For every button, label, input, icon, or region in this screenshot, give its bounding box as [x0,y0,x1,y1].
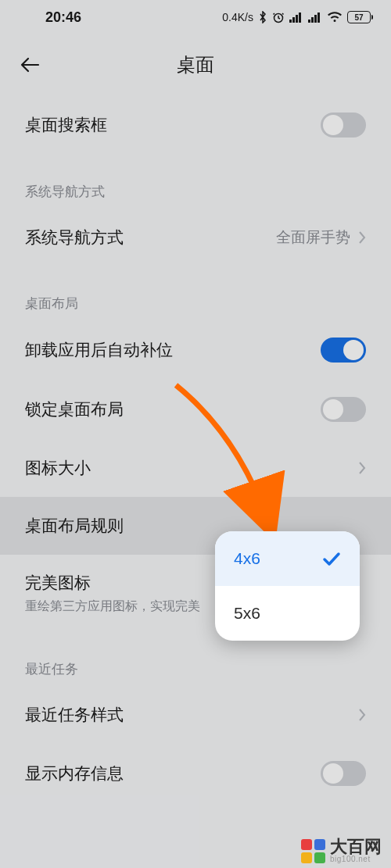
row-value: 全面屏手势 [276,227,350,248]
watermark: 大百网 big100.net [301,838,382,863]
row-label: 图标大小 [25,457,91,479]
popup-option-label: 4x6 [234,549,260,568]
row-recent-style[interactable]: 最近任务样式 [0,686,391,744]
popup-option-4x6[interactable]: 4x6 [215,531,360,586]
page-header: 桌面 [0,34,391,95]
row-show-memory[interactable]: 显示内存信息 [0,744,391,803]
chevron-right-icon [358,230,366,245]
svg-rect-3 [296,15,298,23]
row-lock-layout[interactable]: 锁定桌面布局 [0,380,391,439]
arrow-left-icon [20,56,40,73]
status-netspeed: 0.4K/s [222,11,253,23]
check-icon [322,551,341,566]
popup-option-label: 5x6 [234,604,260,623]
popup-option-5x6[interactable]: 5x6 [215,586,360,641]
watermark-subtext: big100.net [330,855,382,863]
watermark-text: 大百网 [330,838,382,855]
toggle-desktop-search[interactable] [321,113,366,138]
alarm-icon [272,11,285,23]
status-right: 0.4K/s 57 [222,11,371,23]
battery-icon: 57 [347,11,371,23]
svg-rect-7 [314,15,317,23]
layout-rule-popup: 4x6 5x6 [215,531,360,641]
svg-rect-5 [308,20,310,23]
svg-rect-4 [299,13,301,23]
row-label: 系统导航方式 [25,227,124,248]
svg-rect-6 [311,17,314,23]
row-label: 卸载应用后自动补位 [25,339,173,361]
row-label: 完美图标 [25,572,91,594]
svg-rect-8 [317,13,320,23]
row-label: 锁定桌面布局 [25,398,124,420]
row-icon-size[interactable]: 图标大小 [0,439,391,497]
chevron-right-icon [358,708,366,722]
row-sublabel: 重绘第三方应用图标，实现完美 [25,598,200,615]
toggle-auto-fill[interactable] [321,338,366,363]
section-nav: 系统导航方式 [0,155,391,209]
svg-rect-2 [292,17,295,23]
chevron-right-icon [358,461,366,475]
status-bar: 20:46 0.4K/s 57 [0,0,391,34]
row-nav-mode[interactable]: 系统导航方式 全面屏手势 [0,209,391,266]
row-label: 桌面搜索框 [25,114,107,136]
toggle-show-memory[interactable] [321,761,366,786]
section-layout: 桌面布局 [0,266,391,320]
row-label: 最近任务样式 [25,704,124,726]
wifi-icon [327,12,343,23]
svg-rect-1 [289,20,292,23]
status-time: 20:46 [45,9,81,26]
row-label: 桌面布局规则 [25,515,124,537]
bluetooth-icon [258,11,267,23]
toggle-lock-layout[interactable] [321,397,366,422]
back-button[interactable] [14,49,45,80]
signal-icon-2 [308,12,322,23]
page-title: 桌面 [0,52,391,77]
row-desktop-search[interactable]: 桌面搜索框 [0,95,391,155]
watermark-logo-icon [301,839,325,863]
row-label: 显示内存信息 [25,763,124,784]
row-auto-fill[interactable]: 卸载应用后自动补位 [0,320,391,380]
signal-icon-1 [289,12,303,23]
